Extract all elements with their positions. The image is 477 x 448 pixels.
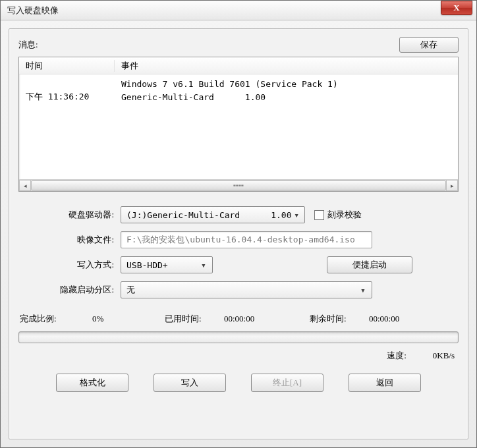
quick-boot-button[interactable]: 便捷启动	[327, 256, 412, 273]
log-body: Windows 7 v6.1 Build 7601 (Service Pack …	[19, 74, 458, 179]
save-button[interactable]: 保存	[399, 37, 459, 53]
cell-time: 下午 11:36:20	[19, 91, 115, 103]
titlebar[interactable]: 写入硬盘映像 X	[1, 1, 476, 20]
percent-label: 完成比例:	[20, 313, 92, 325]
list-item[interactable]: Windows 7 v6.1 Build 7601 (Service Pack …	[19, 77, 458, 90]
dialog-window: 写入硬盘映像 X 消息: 保存 时间 事件 Windows 7 v6.1 Bui…	[0, 0, 477, 448]
speed-row: 速度: 0KB/s	[18, 350, 459, 362]
scroll-thumb[interactable]: ╍╍	[31, 181, 446, 190]
hidden-label: 隐藏启动分区:	[18, 284, 121, 296]
verify-label: 刻录校验	[327, 209, 362, 221]
elapsed-label: 已用时间:	[165, 313, 224, 325]
hidden-partition-combobox[interactable]: 无 ▾	[121, 281, 372, 298]
log-header: 时间 事件	[19, 57, 458, 74]
log-listview: 时间 事件 Windows 7 v6.1 Build 7601 (Service…	[18, 57, 459, 192]
chevron-down-icon: ▾	[291, 210, 302, 220]
cell-event: Generic-Multi-Card 1.00	[115, 92, 458, 102]
back-button[interactable]: 返回	[349, 374, 421, 392]
write-method-combobox[interactable]: USB-HDD+ ▾	[121, 256, 213, 273]
list-item[interactable]: 下午 11:36:20 Generic-Multi-Card 1.00	[19, 90, 458, 103]
scroll-track[interactable]: ╍╍	[31, 180, 446, 191]
form-area: 硬盘驱动器: (J:)Generic-Multi-Card 1.00 ▾ 刻录校…	[18, 206, 459, 298]
speed-label: 速度:	[387, 350, 407, 362]
drive-row: 硬盘驱动器: (J:)Generic-Multi-Card 1.00 ▾ 刻录校…	[18, 206, 459, 223]
chevron-down-icon: ▾	[198, 260, 210, 270]
close-icon: X	[453, 3, 459, 13]
window-title: 写入硬盘映像	[7, 5, 472, 16]
format-button[interactable]: 格式化	[56, 374, 128, 392]
column-time[interactable]: 时间	[19, 60, 115, 72]
method-row: 写入方式: USB-HDD+ ▾ 便捷启动	[18, 256, 459, 273]
grip-icon: ╍╍	[233, 181, 244, 191]
elapsed-value: 00:00:00	[224, 314, 310, 324]
method-value: USB-HDD+	[126, 260, 198, 270]
close-button[interactable]: X	[441, 1, 472, 15]
abort-button[interactable]: 终止[A]	[251, 374, 323, 392]
speed-value: 0KB/s	[433, 350, 455, 361]
chevron-down-icon: ▾	[357, 285, 369, 295]
image-label: 映像文件:	[18, 234, 121, 246]
drive-value: (J:)Generic-Multi-Card 1.00	[126, 210, 291, 220]
column-event[interactable]: 事件	[115, 60, 458, 72]
cell-event: Windows 7 v6.1 Build 7601 (Service Pack …	[115, 79, 458, 89]
message-label: 消息:	[18, 39, 399, 51]
hidden-value: 无	[126, 284, 357, 296]
main-panel: 消息: 保存 时间 事件 Windows 7 v6.1 Build 7601 (…	[9, 28, 468, 439]
image-path-field[interactable]: F:\我的安装包\ubuntu-16.04.4-desktop-amd64.is…	[121, 231, 372, 248]
percent-value: 0%	[92, 314, 165, 324]
status-row: 完成比例: 0% 已用时间: 00:00:00 剩余时间: 00:00:00	[18, 313, 459, 325]
image-path-value: F:\我的安装包\ubuntu-16.04.4-desktop-amd64.is…	[126, 234, 355, 246]
image-row: 映像文件: F:\我的安装包\ubuntu-16.04.4-desktop-am…	[18, 231, 459, 248]
drive-combobox[interactable]: (J:)Generic-Multi-Card 1.00 ▾	[121, 206, 305, 223]
progress-bar	[18, 331, 459, 343]
content-area: 消息: 保存 时间 事件 Windows 7 v6.1 Build 7601 (…	[1, 20, 476, 447]
verify-checkbox[interactable]	[314, 210, 324, 220]
horizontal-scrollbar[interactable]: ◂ ╍╍ ▸	[19, 179, 458, 191]
message-row: 消息: 保存	[18, 37, 459, 53]
triangle-right-icon: ▸	[451, 182, 454, 189]
method-label: 写入方式:	[18, 259, 121, 271]
write-button[interactable]: 写入	[154, 374, 226, 392]
scroll-left-button[interactable]: ◂	[19, 180, 31, 191]
hidden-partition-row: 隐藏启动分区: 无 ▾	[18, 281, 459, 298]
remain-value: 00:00:00	[369, 314, 399, 324]
remain-label: 剩余时间:	[310, 313, 369, 325]
drive-label: 硬盘驱动器:	[18, 209, 121, 221]
button-row: 格式化 写入 终止[A] 返回	[18, 374, 459, 392]
triangle-left-icon: ◂	[24, 182, 27, 189]
scroll-right-button[interactable]: ▸	[446, 180, 458, 191]
